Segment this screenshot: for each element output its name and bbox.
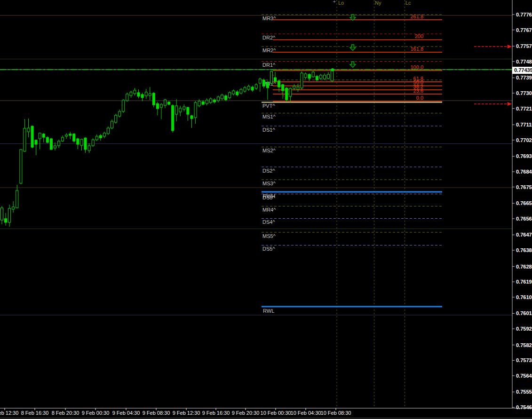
candle <box>152 92 155 107</box>
candle <box>65 133 68 139</box>
candle <box>244 86 246 93</box>
candle <box>274 72 277 83</box>
candle <box>236 90 238 96</box>
candle <box>217 95 220 103</box>
candle <box>194 101 197 124</box>
candle <box>1 206 3 224</box>
candle <box>160 103 162 119</box>
candle <box>324 73 326 80</box>
candle <box>39 133 41 149</box>
candle <box>92 138 94 147</box>
candle <box>168 101 170 105</box>
candle <box>16 185 18 208</box>
candle <box>58 140 60 148</box>
candle <box>122 99 125 113</box>
candle <box>12 201 15 213</box>
candle <box>319 74 322 80</box>
candle <box>134 88 136 95</box>
candle <box>202 100 204 105</box>
candlestick-chart-plot[interactable] <box>0 0 532 419</box>
sell-signal-arrow-icon <box>350 45 356 51</box>
candle <box>255 83 257 90</box>
candle <box>221 94 223 100</box>
candle <box>172 104 174 133</box>
candle <box>229 91 231 99</box>
candle <box>206 98 208 105</box>
candle <box>175 99 178 121</box>
candle <box>240 88 242 95</box>
candle <box>225 95 227 101</box>
candle <box>84 137 87 153</box>
candle <box>183 104 185 111</box>
candle <box>95 134 98 141</box>
candle <box>164 99 167 108</box>
candle <box>137 89 140 98</box>
candle <box>301 71 303 89</box>
candle <box>145 89 147 99</box>
candle <box>80 139 83 150</box>
candle <box>73 133 75 142</box>
candle <box>156 102 159 115</box>
candle <box>270 71 273 84</box>
candle <box>107 126 110 135</box>
candle <box>179 106 182 116</box>
alert-arrow-head-icon <box>508 45 512 48</box>
candle <box>312 71 314 78</box>
candle <box>50 138 52 150</box>
candle <box>27 119 30 137</box>
candle <box>77 138 79 149</box>
candle <box>262 79 265 88</box>
candle <box>111 119 113 129</box>
candle <box>103 132 105 138</box>
trading-chart-window: LoNyLc+MR3^DR2^MR2^DR1^MR1^PVT^MS1^DS1^M… <box>0 0 532 419</box>
candle <box>213 98 215 103</box>
candle <box>8 205 11 227</box>
candle <box>5 213 7 226</box>
candle <box>115 114 117 124</box>
candle <box>130 91 132 98</box>
candle <box>297 84 299 92</box>
candle <box>293 84 295 90</box>
candle <box>232 89 235 95</box>
candle <box>259 78 261 92</box>
candle <box>24 119 26 152</box>
candle <box>46 136 48 143</box>
candle <box>266 81 269 100</box>
candle <box>247 85 250 91</box>
candle <box>69 132 71 139</box>
candle <box>31 126 33 148</box>
candle <box>209 97 212 104</box>
candle <box>119 110 121 118</box>
sell-signal-arrow-icon <box>350 62 356 68</box>
candle <box>286 87 288 102</box>
candle <box>35 140 37 155</box>
candle <box>99 134 102 141</box>
candle <box>88 143 90 153</box>
candle <box>42 133 45 142</box>
candle <box>187 107 189 121</box>
candle <box>20 149 22 184</box>
candle <box>304 72 307 79</box>
candle <box>126 93 128 102</box>
alert-arrow-head-icon <box>508 102 512 106</box>
candle <box>282 84 284 99</box>
candle <box>149 87 151 100</box>
current-price-dot <box>331 68 334 71</box>
candle <box>316 75 318 81</box>
candle <box>62 135 64 142</box>
candle <box>251 86 254 92</box>
candle <box>327 72 330 79</box>
candle <box>141 93 143 101</box>
candle <box>191 115 193 128</box>
candle <box>289 87 292 103</box>
